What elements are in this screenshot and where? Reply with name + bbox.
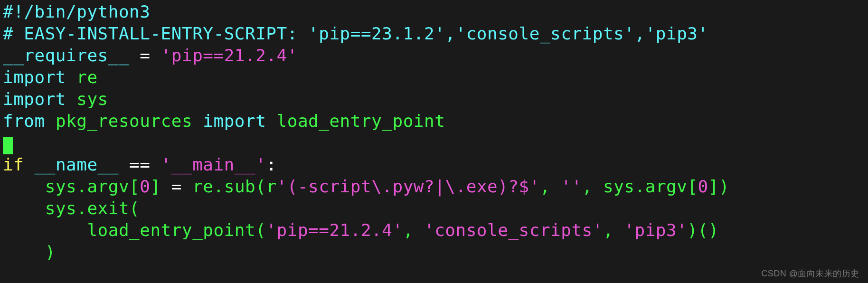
comment-comma: , (634, 24, 645, 43)
space (129, 46, 140, 65)
comma: , (582, 177, 603, 196)
module-name: re (76, 67, 97, 87)
number-literal: 0 (698, 177, 708, 196)
keyword-from: from (3, 111, 45, 131)
string-literal: 'console_scripts' (424, 220, 603, 240)
cursor (3, 137, 13, 154)
sys-argv: sys.argv[ (45, 177, 140, 196)
number-literal: 0 (140, 177, 150, 196)
string-literal: 'pip==21.2.4' (161, 46, 298, 65)
watermark-text: CSDN @面向未来的历史 (761, 268, 859, 279)
equals-operator: = (140, 46, 150, 65)
comment-string: 'console_scripts' (456, 24, 635, 43)
module-name: sys (76, 89, 108, 109)
dunder-requires: __requires__ (3, 46, 129, 65)
load-entry-point-call: load_entry_point( (87, 220, 266, 240)
sys-argv: sys.argv[ (603, 177, 698, 196)
paren-close: ) (45, 242, 56, 262)
comma: , (603, 220, 624, 240)
space (66, 89, 76, 109)
space (24, 155, 34, 174)
bracket: ]) (708, 177, 729, 196)
paren-close-call: )() (687, 220, 719, 240)
space (150, 46, 160, 65)
module-name: pkg_resources (56, 111, 192, 131)
string-literal: 'pip==21.2.4' (266, 220, 403, 240)
space (266, 111, 276, 131)
space (45, 111, 56, 131)
space (192, 111, 203, 131)
keyword-import: import (203, 111, 266, 131)
operator-eq: == (119, 155, 161, 174)
identifier: load_entry_point (277, 111, 445, 131)
indent (3, 198, 45, 218)
comment-comma: , (445, 24, 455, 43)
code-editor[interactable]: #!/bin/python3 # EASY-INSTALL-ENTRY-SCRI… (0, 0, 868, 265)
comma: , (403, 220, 424, 240)
sys-exit-call: sys.exit( (45, 198, 140, 218)
comment-string: 'pip==23.1.2' (308, 24, 445, 43)
comment-string: 'pip3' (645, 24, 708, 43)
re-sub-call: re.sub(r (192, 177, 276, 196)
string-literal: '' (561, 177, 582, 196)
indent (3, 177, 45, 196)
indent (3, 242, 45, 262)
shebang-line: #!/bin/python3 (3, 2, 150, 21)
dunder-name: __name__ (35, 155, 119, 174)
indent (3, 220, 87, 240)
keyword-if: if (3, 155, 24, 174)
comment-line: # EASY-INSTALL-ENTRY-SCRIPT: (3, 24, 308, 43)
colon: : (266, 155, 276, 174)
string-literal: 'pip3' (624, 220, 687, 240)
comma: , (540, 177, 561, 196)
keyword-import: import (3, 89, 66, 109)
keyword-import: import (3, 67, 66, 87)
assign-op: = (161, 177, 193, 196)
space (66, 67, 76, 87)
string-literal: '(-script\.pyw?|\.exe)?$' (277, 177, 540, 196)
string-literal: '__main__' (161, 155, 266, 174)
bracket: ] (150, 177, 160, 196)
